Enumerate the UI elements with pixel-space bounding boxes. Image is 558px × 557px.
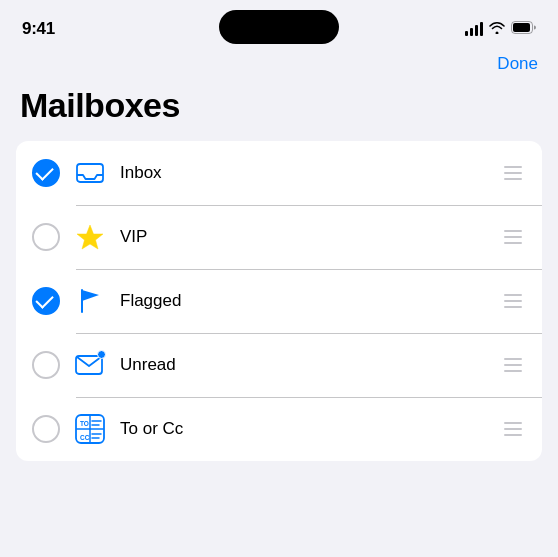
unread-icon [72,347,108,383]
drag-handle-unread[interactable] [500,354,526,376]
star-icon [72,219,108,255]
tocc-icon: TO CC [72,411,108,447]
status-time: 9:41 [22,19,55,39]
page-title: Mailboxes [0,82,558,141]
signal-icon [465,22,483,36]
vip-label: VIP [120,227,500,247]
wifi-icon [489,20,505,38]
svg-rect-1 [513,23,530,32]
inbox-icon [72,155,108,191]
drag-handle-vip[interactable] [500,226,526,248]
svg-text:CC: CC [80,434,90,441]
status-icons [465,20,536,38]
tocc-label: To or Cc [120,419,500,439]
done-button[interactable]: Done [497,54,538,74]
drag-handle-tocc[interactable] [500,418,526,440]
list-item[interactable]: Inbox [16,141,542,205]
list-item[interactable]: Flagged [16,269,542,333]
mailbox-list: Inbox VIP Flagged [16,141,542,461]
check-circle-inbox[interactable] [32,159,60,187]
flagged-label: Flagged [120,291,500,311]
battery-icon [511,20,536,38]
unread-label: Unread [120,355,500,375]
list-item[interactable]: VIP [16,205,542,269]
svg-marker-3 [77,225,103,249]
check-circle-vip[interactable] [32,223,60,251]
drag-handle-inbox[interactable] [500,162,526,184]
nav-bar: Done [0,50,558,82]
check-circle-unread[interactable] [32,351,60,379]
list-item[interactable]: TO CC To or Cc [16,397,542,461]
inbox-label: Inbox [120,163,500,183]
svg-text:TO: TO [80,420,89,427]
list-item[interactable]: Unread [16,333,542,397]
check-circle-flagged[interactable] [32,287,60,315]
flag-icon [72,283,108,319]
status-bar: 9:41 [0,0,558,50]
check-circle-tocc[interactable] [32,415,60,443]
dynamic-island [219,10,339,44]
unread-dot [97,350,106,359]
drag-handle-flagged[interactable] [500,290,526,312]
